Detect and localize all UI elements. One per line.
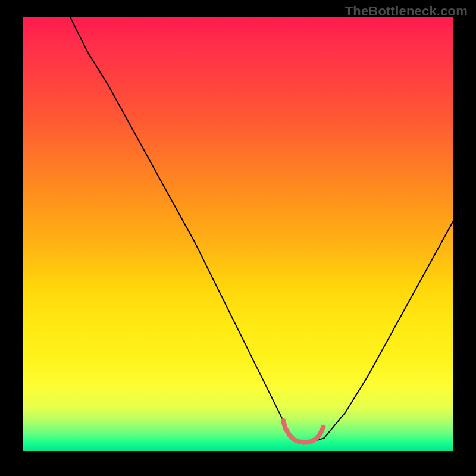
optimal-zone bbox=[283, 421, 323, 443]
plot-area bbox=[23, 17, 453, 451]
bottleneck-curve bbox=[70, 17, 453, 442]
curve-layer bbox=[23, 17, 453, 451]
chart-frame: TheBottleneck.com bbox=[0, 0, 476, 476]
watermark-text: TheBottleneck.com bbox=[345, 4, 468, 19]
